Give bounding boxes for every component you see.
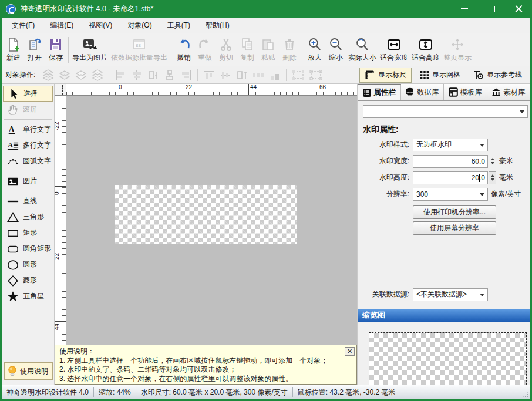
objbar-separator — [109, 69, 109, 81]
sidebar-separator — [4, 171, 52, 171]
sidebar-separator — [4, 119, 52, 120]
center-in-page-icon — [163, 69, 176, 81]
guides-icon — [473, 70, 484, 80]
h-ruler-label: 44 — [248, 84, 257, 96]
combo-value: 300 — [416, 190, 428, 198]
tool-sidebar: 选择 滚屏 A 单行文字 A 多行文字 圆弧文字 — [2, 84, 55, 385]
sidebar-separator — [4, 306, 52, 306]
tool-label: 矩形 — [23, 228, 37, 238]
tool-label: 滚屏 — [23, 105, 37, 114]
menu-help[interactable]: 帮助(H) — [198, 18, 237, 33]
button-label: 复制 — [240, 53, 254, 63]
whole-page-icon — [450, 37, 465, 52]
v-ruler-label: -22 — [55, 122, 66, 129]
watermark-width-input[interactable]: 60.0 — [413, 155, 488, 168]
show-guides-toggle[interactable]: 显示参考线 — [469, 68, 527, 82]
maximize-button[interactable] — [478, 0, 505, 18]
tool-select[interactable]: 选择 — [3, 86, 53, 102]
ruler-origin-box — [55, 84, 66, 96]
menu-tools[interactable]: 工具(T) — [160, 18, 198, 33]
height-spin-buttons[interactable] — [489, 171, 496, 184]
toggle-label: 显示网格 — [432, 70, 460, 80]
tool-label: 菱形 — [23, 275, 37, 285]
tool-star[interactable]: 五角星 — [3, 288, 53, 304]
properties-list-icon — [362, 88, 372, 97]
fit-height-button[interactable]: 适合高度 — [410, 36, 442, 63]
tool-line[interactable]: 直线 — [3, 193, 53, 209]
watermark-style-combo[interactable]: 无边框水印 — [413, 139, 488, 151]
object-selector-combo[interactable] — [363, 105, 528, 118]
use-screen-dpi-button[interactable]: 使用屏幕分辨率 — [413, 221, 496, 235]
button-label: 删除 — [282, 53, 297, 63]
rectangle-icon — [6, 227, 20, 239]
width-unit: 毫米 — [499, 156, 513, 166]
paste-clipboard-icon — [261, 37, 276, 52]
open-button[interactable]: 打开 — [24, 36, 45, 63]
delete-trash-icon — [282, 37, 297, 52]
undo-button[interactable]: 撤销 — [173, 36, 194, 63]
fit-width-button[interactable]: 适合宽度 — [378, 36, 410, 63]
dpi-label: 分辨率: — [358, 189, 409, 199]
whole-page-button: 整页显示 — [442, 36, 473, 63]
tool-multi-line-text[interactable]: A 多行文字 — [3, 137, 53, 153]
use-printer-dpi-button[interactable]: 使用打印机分辨率... — [413, 205, 496, 219]
menu-view[interactable]: 视图(V) — [81, 18, 120, 33]
title-bar: 神奇透明水印设计软件 4.0 - 未命名1.stb* — [0, 0, 532, 18]
show-grid-toggle[interactable]: 显示网格 — [415, 68, 465, 82]
tool-rectangle[interactable]: 矩形 — [3, 225, 53, 241]
export-image-button[interactable]: 导出为图片 — [70, 36, 109, 63]
watermark-transparent-area[interactable] — [115, 185, 297, 244]
show-ruler-toggle[interactable]: 显示标尺 — [359, 68, 412, 83]
width-spin-buttons[interactable] — [489, 155, 496, 168]
same-width-icon — [147, 69, 160, 81]
tool-diamond[interactable]: 菱形 — [3, 272, 53, 288]
tool-triangle[interactable]: 三角形 — [3, 209, 53, 225]
menu-edit[interactable]: 编辑(E) — [42, 18, 81, 33]
menu-bar: 文件(F) 编辑(E) 视图(V) 对象(O) 工具(T) 帮助(H) — [2, 18, 530, 33]
spin-value: 20.0 — [472, 174, 485, 182]
tab-properties[interactable]: 属性栏 — [358, 84, 401, 100]
tool-rounded-rectangle[interactable]: 圆角矩形 — [3, 241, 53, 257]
ruler-icon — [365, 70, 375, 80]
tool-image[interactable]: 图片 — [3, 173, 53, 189]
resolution-combo[interactable]: 300 — [413, 188, 488, 201]
tool-circle[interactable]: 圆形 — [3, 257, 53, 272]
tool-single-line-text[interactable]: A 单行文字 — [3, 122, 53, 137]
cut-scissors-icon — [218, 37, 234, 52]
watermark-height-input[interactable]: 20.0 — [413, 171, 488, 184]
sidebar-separator — [4, 191, 52, 191]
tool-arc-text[interactable]: 圆弧文字 — [3, 153, 53, 169]
actual-size-icon — [355, 37, 370, 52]
menu-object[interactable]: 对象(O) — [120, 18, 159, 33]
help-line: 1. 左侧工具栏中选择一个功能后，在画布区域按住鼠标左键拖动，即可添加一个对象； — [59, 356, 344, 366]
actual-size-button[interactable]: 实际大小 — [346, 36, 378, 63]
distribute-v-icon — [268, 69, 281, 81]
undo-icon — [176, 37, 191, 52]
align-middle-icon — [219, 69, 232, 81]
combo-value: 无边框水印 — [416, 140, 452, 150]
chevron-down-icon — [520, 110, 524, 113]
button-label: 缩小 — [329, 53, 343, 63]
usage-help-button[interactable]: 使用说明 — [4, 362, 53, 380]
new-document-icon — [6, 37, 21, 52]
chevron-down-icon — [480, 294, 484, 296]
help-close-button[interactable]: ✕ — [345, 347, 355, 356]
spin-up-icon — [491, 158, 494, 160]
tab-templates[interactable]: 模板库 — [444, 84, 487, 100]
tab-materials[interactable]: 素材库 — [487, 84, 531, 100]
resize-grip[interactable] — [522, 391, 529, 398]
minimize-button[interactable] — [451, 0, 478, 18]
tab-label: 模板库 — [460, 87, 483, 97]
design-canvas[interactable] — [66, 96, 357, 345]
close-button[interactable] — [505, 0, 532, 18]
align-center-h-icon — [130, 69, 143, 81]
save-button[interactable]: 保存 — [45, 36, 66, 63]
new-button[interactable]: 新建 — [3, 36, 24, 63]
menu-file[interactable]: 文件(F) — [4, 18, 42, 33]
datasource-combo[interactable]: <不关联数据源> — [413, 288, 488, 301]
canvas-area: 0 22 44 66 -22 0 22 44 使用说明： — [55, 84, 357, 385]
zoom-in-button[interactable]: 放大 — [304, 36, 325, 63]
zoom-out-button[interactable]: 缩小 — [325, 36, 346, 63]
v-ruler-label: 22 — [55, 251, 66, 258]
tab-database[interactable]: 数据库 — [401, 84, 445, 100]
